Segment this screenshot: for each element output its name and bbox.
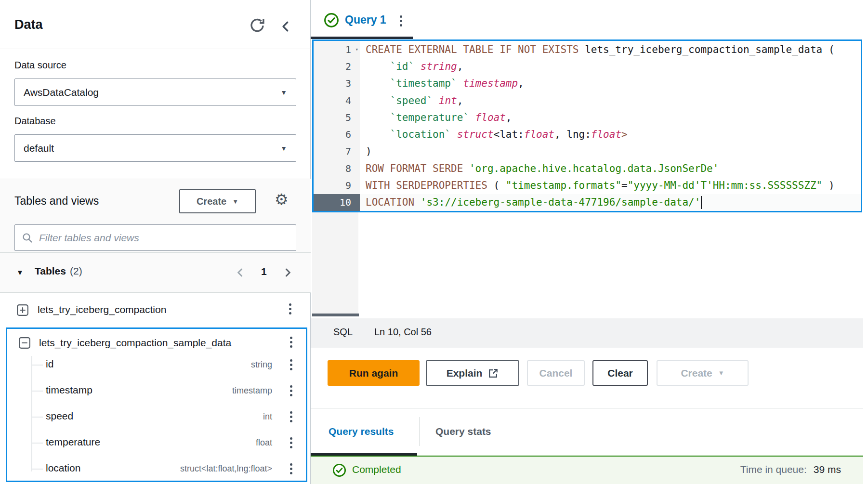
chevron-left-icon xyxy=(278,19,293,34)
code-line[interactable]: 10LOCATION 's3://iceberg-sample-data-477… xyxy=(314,194,861,211)
status-badge: Completed xyxy=(352,464,401,475)
editor-hscrollbar[interactable] xyxy=(312,314,359,316)
refresh-button[interactable] xyxy=(249,17,266,35)
table-name[interactable]: lets_try_iceberg_compaction xyxy=(38,304,166,315)
tree-connector xyxy=(31,391,43,392)
column-row: temperaturefloat xyxy=(7,430,306,456)
clear-button[interactable]: Clear xyxy=(592,360,648,386)
sql-editor[interactable]: 1▾CREATE EXTERNAL TABLE IF NOT EXISTS le… xyxy=(312,39,862,212)
line-number: 3 xyxy=(314,75,360,92)
column-actions-kebab[interactable] xyxy=(288,461,294,476)
code-text: `timestamp` timestamp, xyxy=(360,78,524,89)
chevron-right-icon xyxy=(281,266,294,279)
database-select[interactable]: default ▼ xyxy=(14,134,296,162)
column-type: int xyxy=(263,412,272,422)
line-number: 6 xyxy=(314,126,360,143)
create-button-label: Create xyxy=(197,196,226,207)
create-table-button[interactable]: Create ▼ xyxy=(179,189,256,213)
minus-square-icon xyxy=(18,337,31,349)
collapse-panel-button[interactable] xyxy=(278,19,293,34)
athena-query-editor: Data Data source AwsDataCatalog ▼ Databa… xyxy=(0,0,868,484)
section-caret-icon[interactable]: ▼ xyxy=(16,268,24,276)
filter-tables-input[interactable] xyxy=(38,232,289,244)
data-panel-header: Data xyxy=(0,0,311,49)
column-actions-kebab[interactable] xyxy=(288,357,294,372)
column-type: struct<lat:float,lng:float> xyxy=(180,464,272,474)
cursor-position: Ln 10, Col 56 xyxy=(374,327,432,338)
clear-label: Clear xyxy=(607,367,633,379)
explain-label: Explain xyxy=(447,367,483,379)
chevron-down-icon: ▼ xyxy=(232,198,238,205)
tab-query-stats[interactable]: Query stats xyxy=(435,426,491,437)
refresh-icon xyxy=(249,17,266,35)
column-actions-kebab[interactable] xyxy=(288,409,294,424)
code-line[interactable]: 8ROW FORMAT SERDE 'org.apache.hive.hcata… xyxy=(314,160,861,177)
column-row: timestamptimestamp xyxy=(7,378,306,404)
code-text: WITH SERDEPROPERTIES ( "timestamp.format… xyxy=(360,180,835,191)
query-tab-kebab[interactable] xyxy=(398,13,404,28)
tables-group-header: ▼ Tables(2) 1 xyxy=(0,252,311,293)
column-row: speedint xyxy=(7,404,306,430)
gear-icon[interactable]: ⚙ xyxy=(275,192,289,207)
table-actions-kebab[interactable] xyxy=(287,301,293,316)
code-line[interactable]: 1▾CREATE EXTERNAL TABLE IF NOT EXISTS le… xyxy=(314,41,861,58)
pagination-page-1[interactable]: 1 xyxy=(261,266,267,277)
code-text: `id` string, xyxy=(360,61,463,72)
line-number: 2 xyxy=(314,58,360,75)
code-text: LOCATION 's3://iceberg-sample-data-47719… xyxy=(360,194,861,211)
pagination-next-button[interactable] xyxy=(281,266,294,279)
line-number: 1▾ xyxy=(314,41,360,58)
column-name: location xyxy=(46,462,80,474)
fold-caret-icon[interactable]: ▾ xyxy=(355,46,358,52)
code-line[interactable]: 3 `timestamp` timestamp, xyxy=(314,75,861,92)
active-tab-underline xyxy=(311,37,413,39)
time-in-queue: Time in queue: 39 ms xyxy=(740,464,841,475)
query-success-icon xyxy=(324,13,339,28)
column-row: locationstruct<lat:float,lng:float> xyxy=(7,456,306,482)
database-label: Database xyxy=(14,116,56,127)
pagination-prev-button[interactable] xyxy=(234,266,247,279)
explain-button[interactable]: Explain xyxy=(426,360,519,386)
external-link-icon xyxy=(488,368,499,379)
line-number: 7 xyxy=(314,143,360,160)
data-source-value: AwsDataCatalog xyxy=(24,87,99,98)
code-line[interactable]: 6 `location` struct<lat:float, lng:float… xyxy=(314,126,861,143)
table-name[interactable]: lets_try_iceberg_compaction_sample_data xyxy=(39,337,231,349)
line-number: 10 xyxy=(314,194,360,211)
tables-group-label: Tables xyxy=(35,265,66,276)
column-name: speed xyxy=(46,410,73,422)
code-text: `speed` int, xyxy=(360,95,463,106)
code-text: CREATE EXTERNAL TABLE IF NOT EXISTS lets… xyxy=(360,44,835,55)
editor-gutter-strip xyxy=(312,212,358,314)
code-line[interactable]: 4 `speed` int, xyxy=(314,92,861,109)
data-source-label: Data source xyxy=(14,60,66,71)
column-actions-kebab[interactable] xyxy=(288,383,294,398)
code-line[interactable]: 9WITH SERDEPROPERTIES ( "timestamp.forma… xyxy=(314,177,861,194)
search-icon xyxy=(22,232,33,244)
collapse-table-button[interactable] xyxy=(18,337,31,349)
column-actions-kebab[interactable] xyxy=(288,435,294,450)
line-number: 8 xyxy=(314,160,360,177)
tab-divider xyxy=(419,417,420,446)
cancel-button: Cancel xyxy=(527,360,585,386)
table-actions-kebab[interactable] xyxy=(288,335,294,350)
code-line[interactable]: 2 `id` string, xyxy=(314,58,861,75)
code-line[interactable]: 5 `temperature` float, xyxy=(314,109,861,126)
column-name: temperature xyxy=(46,436,100,448)
column-name: id xyxy=(46,358,53,370)
panel-title: Data xyxy=(14,0,43,49)
run-again-button[interactable]: Run again xyxy=(328,360,420,386)
results-divider xyxy=(311,408,863,409)
data-panel: Data Data source AwsDataCatalog ▼ Databa… xyxy=(0,0,311,484)
chevron-left-icon xyxy=(234,266,247,279)
tab-query-results[interactable]: Query results xyxy=(329,426,394,437)
expand-table-button[interactable] xyxy=(16,304,29,316)
code-line[interactable]: 7) xyxy=(314,143,861,160)
data-source-select[interactable]: AwsDataCatalog ▼ xyxy=(14,78,296,106)
tab-query-1[interactable]: Query 1 xyxy=(345,13,386,26)
tables-group-count: (2) xyxy=(70,265,82,276)
column-name: timestamp xyxy=(46,384,92,396)
tree-connector xyxy=(31,443,43,444)
code-text: `location` struct<lat:float, lng:float> xyxy=(360,129,628,140)
query-status-bar: Completed Time in queue: 39 ms xyxy=(311,456,863,484)
